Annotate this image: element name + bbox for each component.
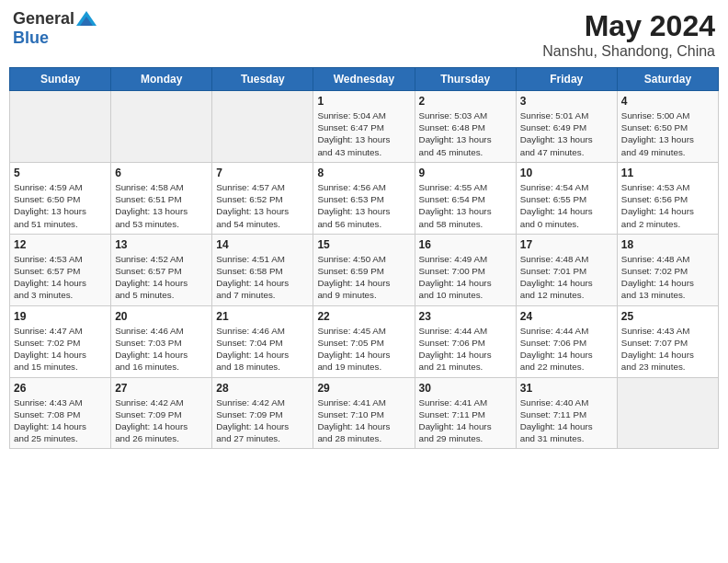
cell-date-number: 27 xyxy=(115,382,208,395)
col-sunday: Sunday xyxy=(10,68,111,91)
cell-info-text: Sunrise: 4:42 AMSunset: 7:09 PMDaylight:… xyxy=(115,396,208,445)
table-row: 21Sunrise: 4:46 AMSunset: 7:04 PMDayligh… xyxy=(212,305,313,377)
cell-date-number: 19 xyxy=(14,310,107,323)
cell-info-text: Sunrise: 4:41 AMSunset: 7:11 PMDaylight:… xyxy=(419,396,512,445)
logo: General Blue xyxy=(13,9,97,48)
table-row: 16Sunrise: 4:49 AMSunset: 7:00 PMDayligh… xyxy=(415,234,516,305)
cell-info-text: Sunrise: 4:40 AMSunset: 7:11 PMDaylight:… xyxy=(520,396,613,445)
calendar-table: Sunday Monday Tuesday Wednesday Thursday… xyxy=(9,67,719,449)
table-row xyxy=(617,377,718,449)
cell-info-text: Sunrise: 4:56 AMSunset: 6:53 PMDaylight:… xyxy=(317,181,410,230)
logo-blue: Blue xyxy=(13,29,49,47)
logo-general: General xyxy=(13,9,74,29)
cell-info-text: Sunrise: 4:54 AMSunset: 6:55 PMDaylight:… xyxy=(520,181,613,230)
cell-info-text: Sunrise: 4:50 AMSunset: 6:59 PMDaylight:… xyxy=(317,253,410,302)
table-row: 29Sunrise: 4:41 AMSunset: 7:10 PMDayligh… xyxy=(313,377,415,449)
table-row: 12Sunrise: 4:53 AMSunset: 6:57 PMDayligh… xyxy=(10,234,111,305)
cell-date-number: 4 xyxy=(621,95,714,108)
cell-date-number: 29 xyxy=(317,382,410,395)
cell-date-number: 30 xyxy=(419,382,512,395)
week-row-5: 26Sunrise: 4:43 AMSunset: 7:08 PMDayligh… xyxy=(10,377,719,449)
cell-date-number: 25 xyxy=(621,310,714,323)
cell-date-number: 2 xyxy=(419,95,512,108)
week-row-3: 12Sunrise: 4:53 AMSunset: 6:57 PMDayligh… xyxy=(10,234,719,305)
cell-date-number: 15 xyxy=(317,238,410,251)
cell-date-number: 11 xyxy=(621,167,714,179)
page-header: General Blue May 2024 Nanshu, Shandong, … xyxy=(9,9,719,60)
table-row: 23Sunrise: 4:44 AMSunset: 7:06 PMDayligh… xyxy=(415,305,516,377)
week-row-1: 1Sunrise: 5:04 AMSunset: 6:47 PMDaylight… xyxy=(10,91,719,163)
table-row xyxy=(212,91,313,163)
cell-date-number: 18 xyxy=(621,238,714,251)
cell-info-text: Sunrise: 4:48 AMSunset: 7:01 PMDaylight:… xyxy=(520,253,613,302)
cell-date-number: 5 xyxy=(14,167,107,179)
cell-info-text: Sunrise: 4:44 AMSunset: 7:06 PMDaylight:… xyxy=(419,325,512,373)
table-row xyxy=(10,91,111,163)
cell-info-text: Sunrise: 4:59 AMSunset: 6:50 PMDaylight:… xyxy=(14,181,107,230)
table-row: 22Sunrise: 4:45 AMSunset: 7:05 PMDayligh… xyxy=(313,305,415,377)
cell-info-text: Sunrise: 4:47 AMSunset: 7:02 PMDaylight:… xyxy=(14,325,107,373)
cell-info-text: Sunrise: 4:42 AMSunset: 7:09 PMDaylight:… xyxy=(216,396,309,445)
table-row xyxy=(111,91,212,163)
calendar-title: May 2024 xyxy=(542,9,715,43)
cell-date-number: 1 xyxy=(317,95,410,108)
cell-date-number: 6 xyxy=(115,167,208,179)
cell-info-text: Sunrise: 4:46 AMSunset: 7:04 PMDaylight:… xyxy=(216,325,309,373)
table-row: 24Sunrise: 4:44 AMSunset: 7:06 PMDayligh… xyxy=(516,305,617,377)
cell-date-number: 10 xyxy=(520,167,613,179)
table-row: 6Sunrise: 4:58 AMSunset: 6:51 PMDaylight… xyxy=(111,162,212,234)
table-row: 10Sunrise: 4:54 AMSunset: 6:55 PMDayligh… xyxy=(516,162,617,234)
table-row: 15Sunrise: 4:50 AMSunset: 6:59 PMDayligh… xyxy=(313,234,415,305)
cell-date-number: 12 xyxy=(14,238,107,251)
table-row: 18Sunrise: 4:48 AMSunset: 7:02 PMDayligh… xyxy=(617,234,718,305)
calendar-subtitle: Nanshu, Shandong, China xyxy=(542,43,715,60)
cell-date-number: 8 xyxy=(317,167,410,179)
cell-info-text: Sunrise: 5:03 AMSunset: 6:48 PMDaylight:… xyxy=(419,109,512,158)
table-row: 11Sunrise: 4:53 AMSunset: 6:56 PMDayligh… xyxy=(617,162,718,234)
cell-info-text: Sunrise: 4:46 AMSunset: 7:03 PMDaylight:… xyxy=(115,325,208,373)
table-row: 17Sunrise: 4:48 AMSunset: 7:01 PMDayligh… xyxy=(516,234,617,305)
table-row: 13Sunrise: 4:52 AMSunset: 6:57 PMDayligh… xyxy=(111,234,212,305)
col-wednesday: Wednesday xyxy=(313,68,415,91)
cell-info-text: Sunrise: 4:53 AMSunset: 6:56 PMDaylight:… xyxy=(621,181,714,230)
col-tuesday: Tuesday xyxy=(212,68,313,91)
table-row: 2Sunrise: 5:03 AMSunset: 6:48 PMDaylight… xyxy=(415,91,516,163)
cell-info-text: Sunrise: 4:58 AMSunset: 6:51 PMDaylight:… xyxy=(115,181,208,230)
table-row: 19Sunrise: 4:47 AMSunset: 7:02 PMDayligh… xyxy=(10,305,111,377)
cell-info-text: Sunrise: 4:49 AMSunset: 7:00 PMDaylight:… xyxy=(419,253,512,302)
cell-date-number: 24 xyxy=(520,310,613,323)
cell-date-number: 23 xyxy=(419,310,512,323)
col-friday: Friday xyxy=(516,68,617,91)
title-area: May 2024 Nanshu, Shandong, China xyxy=(542,9,715,60)
cell-date-number: 22 xyxy=(317,310,410,323)
cell-date-number: 28 xyxy=(216,382,309,395)
cell-date-number: 16 xyxy=(419,238,512,251)
col-monday: Monday xyxy=(111,68,212,91)
cell-info-text: Sunrise: 4:45 AMSunset: 7:05 PMDaylight:… xyxy=(317,325,410,373)
col-thursday: Thursday xyxy=(415,68,516,91)
table-row: 7Sunrise: 4:57 AMSunset: 6:52 PMDaylight… xyxy=(212,162,313,234)
cell-date-number: 3 xyxy=(520,95,613,108)
table-row: 9Sunrise: 4:55 AMSunset: 6:54 PMDaylight… xyxy=(415,162,516,234)
cell-info-text: Sunrise: 5:04 AMSunset: 6:47 PMDaylight:… xyxy=(317,109,410,158)
cell-date-number: 9 xyxy=(419,167,512,179)
table-row: 27Sunrise: 4:42 AMSunset: 7:09 PMDayligh… xyxy=(111,377,212,449)
cell-info-text: Sunrise: 4:53 AMSunset: 6:57 PMDaylight:… xyxy=(14,253,107,302)
col-saturday: Saturday xyxy=(617,68,718,91)
week-row-2: 5Sunrise: 4:59 AMSunset: 6:50 PMDaylight… xyxy=(10,162,719,234)
cell-info-text: Sunrise: 4:52 AMSunset: 6:57 PMDaylight:… xyxy=(115,253,208,302)
cell-date-number: 31 xyxy=(520,382,613,395)
table-row: 8Sunrise: 4:56 AMSunset: 6:53 PMDaylight… xyxy=(313,162,415,234)
cell-date-number: 7 xyxy=(216,167,309,179)
cell-date-number: 17 xyxy=(520,238,613,251)
table-row: 25Sunrise: 4:43 AMSunset: 7:07 PMDayligh… xyxy=(617,305,718,377)
table-row: 5Sunrise: 4:59 AMSunset: 6:50 PMDaylight… xyxy=(10,162,111,234)
cell-info-text: Sunrise: 4:41 AMSunset: 7:10 PMDaylight:… xyxy=(317,396,410,445)
cell-info-text: Sunrise: 4:43 AMSunset: 7:08 PMDaylight:… xyxy=(14,396,107,445)
cell-info-text: Sunrise: 4:44 AMSunset: 7:06 PMDaylight:… xyxy=(520,325,613,373)
logo-icon xyxy=(76,11,97,28)
cell-info-text: Sunrise: 4:48 AMSunset: 7:02 PMDaylight:… xyxy=(621,253,714,302)
table-row: 4Sunrise: 5:00 AMSunset: 6:50 PMDaylight… xyxy=(617,91,718,163)
cell-date-number: 14 xyxy=(216,238,309,251)
table-row: 20Sunrise: 4:46 AMSunset: 7:03 PMDayligh… xyxy=(111,305,212,377)
